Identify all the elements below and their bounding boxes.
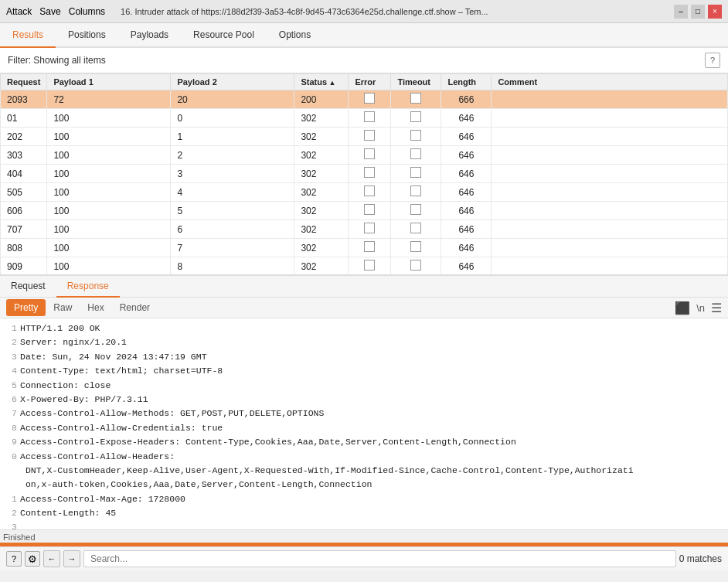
- cell-request: 606: [1, 202, 47, 220]
- cell-payload2: 1: [171, 128, 294, 146]
- menu-icon[interactable]: ☰: [711, 301, 722, 315]
- cell-payload1: 72: [47, 90, 171, 109]
- error-checkbox[interactable]: [364, 148, 375, 159]
- col-header-payload1[interactable]: Payload 1: [47, 74, 171, 90]
- error-checkbox[interactable]: [364, 167, 375, 178]
- close-button[interactable]: ×: [708, 5, 722, 19]
- menu-columns[interactable]: Columns: [69, 6, 105, 17]
- response-tab-hex[interactable]: Hex: [80, 299, 111, 316]
- cell-request: 909: [1, 257, 47, 275]
- maximize-button[interactable]: □: [691, 5, 705, 19]
- table-row[interactable]: 606 100 5 302 646: [1, 202, 728, 220]
- response-tab-raw[interactable]: Raw: [46, 299, 80, 316]
- cell-comment: [492, 257, 728, 275]
- table-row[interactable]: 202 100 1 302 646: [1, 128, 728, 146]
- error-checkbox[interactable]: [364, 93, 375, 104]
- code-line: 5Connection: close: [6, 379, 722, 393]
- tab-resource-pool[interactable]: Resource Pool: [181, 23, 267, 48]
- nav-forward-button[interactable]: →: [63, 550, 80, 567]
- cell-status: 302: [294, 128, 349, 146]
- response-tab-render[interactable]: Render: [112, 299, 158, 316]
- response-tab-pretty[interactable]: Pretty: [6, 299, 46, 316]
- cell-request: 01: [1, 109, 47, 128]
- cell-payload1: 100: [47, 202, 171, 220]
- cell-payload2: 20: [171, 90, 294, 109]
- code-line: 8Access-Control-Allow-Credentials: true: [6, 421, 722, 435]
- cell-payload1: 100: [47, 165, 171, 183]
- timeout-checkbox[interactable]: [410, 130, 421, 141]
- help-button[interactable]: ?: [6, 551, 22, 567]
- timeout-checkbox[interactable]: [410, 260, 421, 271]
- cell-error: [349, 183, 391, 202]
- error-checkbox[interactable]: [364, 241, 375, 252]
- table-row[interactable]: 707 100 6 302 646: [1, 220, 728, 239]
- cell-error: [349, 239, 391, 257]
- table-row[interactable]: 303 100 2 302 646: [1, 146, 728, 165]
- table-row[interactable]: 404 100 3 302 646: [1, 165, 728, 183]
- timeout-checkbox[interactable]: [410, 241, 421, 252]
- col-header-payload2[interactable]: Payload 2: [171, 74, 294, 90]
- filter-help-button[interactable]: ?: [705, 53, 720, 68]
- cell-comment: [492, 239, 728, 257]
- timeout-checkbox[interactable]: [410, 93, 421, 104]
- cell-timeout: [391, 220, 441, 239]
- error-checkbox[interactable]: [364, 111, 375, 122]
- timeout-checkbox[interactable]: [410, 167, 421, 178]
- cell-payload2: 8: [171, 257, 294, 275]
- timeout-checkbox[interactable]: [410, 148, 421, 159]
- cell-error: [349, 220, 391, 239]
- timeout-checkbox[interactable]: [410, 111, 421, 122]
- tab-payloads[interactable]: Payloads: [118, 23, 181, 48]
- cell-length: 646: [441, 146, 492, 165]
- col-header-request[interactable]: Request: [1, 74, 47, 90]
- response-tab-icons: ⬛ \n ☰: [675, 301, 722, 315]
- col-header-length[interactable]: Length: [441, 74, 492, 90]
- cell-status: 302: [294, 109, 349, 128]
- menu-attack[interactable]: Attack: [6, 6, 32, 17]
- error-checkbox[interactable]: [364, 260, 375, 271]
- error-checkbox[interactable]: [364, 130, 375, 141]
- cell-error: [349, 128, 391, 146]
- col-header-status[interactable]: Status: [294, 74, 349, 90]
- tab-results[interactable]: Results: [0, 23, 56, 48]
- col-header-timeout[interactable]: Timeout: [391, 74, 441, 90]
- timeout-checkbox[interactable]: [410, 185, 421, 196]
- col-header-comment[interactable]: Comment: [492, 74, 728, 90]
- cell-request: 2093: [1, 90, 47, 109]
- table-row[interactable]: 808 100 7 302 646: [1, 239, 728, 257]
- error-checkbox[interactable]: [364, 223, 375, 233]
- cell-payload1: 100: [47, 183, 171, 202]
- table-row[interactable]: 01 100 0 302 646: [1, 109, 728, 128]
- response-code-area: 1HTTP/1.1 200 OK2Server: nginx/1.20.13Da…: [0, 318, 728, 529]
- tab-options[interactable]: Options: [267, 23, 323, 48]
- cell-error: [349, 90, 391, 109]
- cell-error: [349, 146, 391, 165]
- table-row[interactable]: 909 100 8 302 646: [1, 257, 728, 275]
- menu-save[interactable]: Save: [39, 6, 60, 17]
- cell-request: 404: [1, 165, 47, 183]
- col-header-error[interactable]: Error: [349, 74, 391, 90]
- cell-payload2: 6: [171, 220, 294, 239]
- timeout-checkbox[interactable]: [410, 223, 421, 233]
- settings-button[interactable]: ⚙: [25, 551, 40, 567]
- cell-request: 303: [1, 146, 47, 165]
- cell-timeout: [391, 165, 441, 183]
- line-break-icon[interactable]: \n: [696, 302, 705, 314]
- nav-back-button[interactable]: ←: [43, 550, 60, 567]
- code-line: 2Server: nginx/1.20.1: [6, 335, 722, 349]
- cell-status: 302: [294, 202, 349, 220]
- search-input[interactable]: [83, 550, 676, 567]
- error-checkbox[interactable]: [364, 185, 375, 196]
- minimize-button[interactable]: –: [674, 5, 688, 19]
- bottom-tab-request[interactable]: Request: [0, 276, 56, 298]
- cell-status: 302: [294, 183, 349, 202]
- finished-label-container: Finished: [0, 532, 728, 543]
- error-checkbox[interactable]: [364, 204, 375, 215]
- table-row[interactable]: 2093 72 20 200 666: [1, 90, 728, 109]
- progress-bar-fill: [0, 543, 728, 546]
- bottom-tab-response[interactable]: Response: [56, 276, 120, 298]
- tab-positions[interactable]: Positions: [56, 23, 118, 48]
- timeout-checkbox[interactable]: [410, 204, 421, 215]
- word-wrap-icon[interactable]: ⬛: [675, 301, 690, 315]
- table-row[interactable]: 505 100 4 302 646: [1, 183, 728, 202]
